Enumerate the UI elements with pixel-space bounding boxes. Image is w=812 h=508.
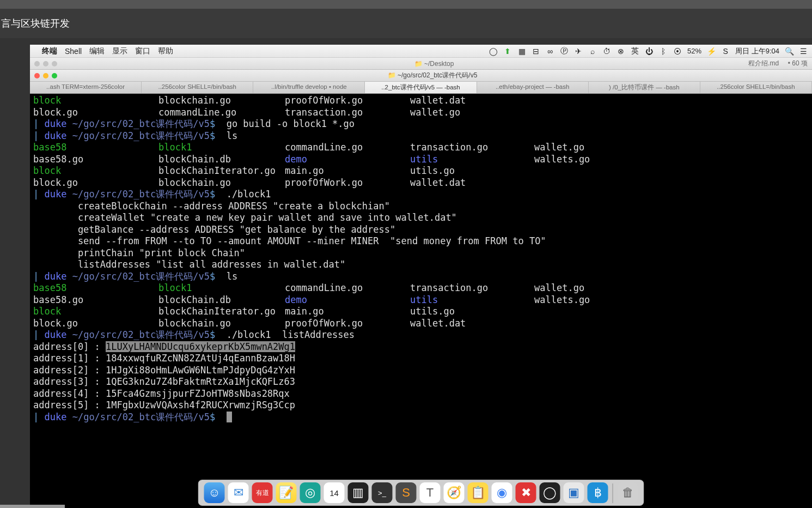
terminal-titlebar: 📁 ~/go/src/02_btc课件代码/v5: [30, 70, 812, 82]
input-icon[interactable]: 英: [631, 47, 639, 56]
bluetooth-icon[interactable]: ᛒ: [659, 47, 668, 56]
dock-mail-icon[interactable]: ✉: [228, 482, 249, 503]
terminal-tab[interactable]: ..256color SHELL=/bin/bash: [142, 82, 253, 93]
close-window-icon[interactable]: [34, 61, 40, 66]
terminal-title: ~/go/src/02_btc课件代码/v5: [398, 71, 477, 79]
wifi-icon[interactable]: ⦿: [673, 47, 682, 56]
terminal-tab[interactable]: ..eth/ebay-project — -bash: [477, 82, 589, 93]
send-icon[interactable]: ✈: [574, 47, 583, 56]
dock-iterm-icon[interactable]: >_: [372, 482, 393, 503]
minimize-window-icon[interactable]: [43, 73, 48, 78]
menubar-item[interactable]: 帮助: [158, 46, 173, 56]
finder-file-label: 程介绍.md: [748, 59, 779, 67]
close-circle-icon[interactable]: ⊗: [616, 47, 625, 56]
dock-activity-icon[interactable]: ▥: [348, 482, 369, 503]
compass-icon[interactable]: ⌕: [588, 47, 597, 56]
terminal-tab[interactable]: ..2_btc课件代码/v5 — -bash: [365, 82, 477, 93]
folder-icon: 📁: [414, 60, 423, 68]
dock-sublime-icon[interactable]: S: [396, 482, 417, 503]
terminal-tab[interactable]: ..ash TERM=xterm-256color: [30, 82, 142, 93]
dock-calendar-icon[interactable]: 14: [324, 482, 345, 503]
zoom-window-icon[interactable]: [52, 73, 57, 78]
dock-chrome-icon[interactable]: ◉: [492, 482, 512, 503]
sogou-icon[interactable]: S: [721, 47, 730, 56]
menubar-item[interactable]: Shell: [65, 47, 82, 56]
dock-notes-icon[interactable]: 📝: [276, 482, 297, 503]
top-filler: [0, 0, 812, 9]
menubar-item[interactable]: 编辑: [89, 46, 105, 56]
menubar: 终端 Shell 编辑 显示 窗口 帮助 ◯ ⬆ ▦ ⊟ ∞ Ⓟ ✈ ⌕ ⏱ ⊗…: [30, 45, 812, 58]
menubar-item[interactable]: 显示: [112, 46, 127, 56]
dock-textedit-icon[interactable]: T: [420, 482, 441, 503]
dock-finder-icon[interactable]: ☺: [204, 482, 225, 503]
battery-icon[interactable]: ⚡: [707, 47, 716, 56]
folder-icon: 📁: [388, 71, 396, 79]
clock-icon[interactable]: ⏱: [602, 47, 611, 56]
dock-eye-icon[interactable]: ◎: [300, 482, 321, 503]
close-window-icon[interactable]: [34, 73, 40, 78]
battery-percent: 52%: [687, 47, 701, 55]
page-title: 言与区块链开发: [0, 9, 812, 38]
grid-icon[interactable]: ▦: [517, 47, 526, 56]
p-icon[interactable]: Ⓟ: [560, 47, 569, 56]
terminal-tab[interactable]: ..256color SHELL=/bin/bash: [700, 82, 812, 93]
dock-vmware-icon[interactable]: ▣: [564, 482, 584, 503]
dock: ☺✉有道📝◎14▥>_ST🧭📋◉✖◯▣฿🗑: [198, 480, 644, 506]
finder-count: • 60 项: [788, 59, 808, 67]
zoom-window-icon[interactable]: [52, 61, 57, 66]
macos-desktop: 终端 Shell 编辑 显示 窗口 帮助 ◯ ⬆ ▦ ⊟ ∞ Ⓟ ✈ ⌕ ⏱ ⊗…: [30, 45, 812, 508]
dock-trash-icon[interactable]: 🗑: [618, 482, 638, 503]
disk-icon[interactable]: ⊟: [532, 47, 540, 56]
menubar-item[interactable]: 窗口: [135, 46, 150, 56]
spotlight-icon[interactable]: 🔍: [785, 47, 793, 56]
dock-xmind-icon[interactable]: ✖: [516, 482, 536, 503]
clock-text: 周日 上午9:04: [735, 46, 779, 56]
notification-icon[interactable]: ☰: [799, 47, 808, 56]
sync-icon[interactable]: ⬆: [503, 47, 512, 56]
dock-youdao-icon[interactable]: 有道: [252, 482, 273, 503]
terminal-tab[interactable]: ..l/bin/truffle develop • node: [253, 82, 365, 93]
cloud-icon[interactable]: ∞: [546, 47, 554, 56]
dock-safari-icon[interactable]: 🧭: [444, 482, 465, 503]
terminal-tab[interactable]: ) /0_比特币课件 — -bash: [589, 82, 700, 93]
power-icon[interactable]: ⏻: [645, 47, 654, 56]
dock-sticky-icon[interactable]: 📋: [468, 482, 489, 503]
dock-bitcoin-icon[interactable]: ฿: [588, 482, 608, 503]
obs-icon[interactable]: ◯: [489, 47, 498, 56]
minimize-window-icon[interactable]: [43, 61, 48, 66]
dock-obs-icon[interactable]: ◯: [540, 482, 560, 503]
finder-titlebar: 📁 ~/Desktop 程介绍.md • 60 项: [30, 58, 812, 70]
terminal-viewport[interactable]: blockblockchain.goproofOfWork.gowallet.d…: [30, 94, 812, 508]
video-progress-bar[interactable]: [0, 505, 65, 508]
finder-path: ~/Desktop: [424, 60, 454, 68]
terminal-tabs: ..ash TERM=xterm-256color..256color SHEL…: [30, 82, 812, 94]
menubar-appname[interactable]: 终端: [42, 46, 57, 56]
